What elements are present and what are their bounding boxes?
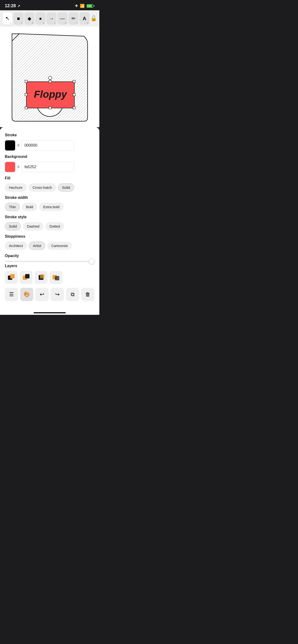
stroke-style-dotted[interactable]: Dotted	[45, 222, 64, 230]
tool-pencil[interactable]: ✏ 7	[68, 12, 78, 25]
stroke-width-bold[interactable]: Bold	[22, 203, 37, 211]
background-color-input[interactable]	[21, 162, 74, 172]
line-icon: —	[60, 16, 65, 21]
svg-rect-7	[49, 106, 51, 109]
text-icon: A	[83, 16, 86, 21]
palette-icon: 🎨	[24, 291, 30, 298]
svg-rect-21	[55, 276, 59, 280]
lock-button[interactable]: 🔓	[90, 15, 97, 22]
sloppiness-cartoonist[interactable]: Cartoonist	[47, 242, 72, 250]
layers-section: Layers	[5, 264, 95, 284]
svg-rect-17	[25, 274, 30, 278]
tool-num-6: 6	[65, 22, 66, 24]
layer-icon-1[interactable]	[5, 271, 18, 284]
stroke-color-input[interactable]	[21, 140, 74, 151]
tool-num-8: 8	[87, 22, 88, 24]
stroke-width-extrabold[interactable]: Extra bold	[39, 203, 64, 211]
menu-icon: ☰	[9, 291, 14, 298]
canvas[interactable]: Floppy	[0, 26, 99, 127]
layer-icon-4[interactable]	[49, 271, 62, 284]
status-bar: 12:28 ↗ ✈ 📶 ⚡	[0, 0, 99, 10]
opacity-slider-track[interactable]	[5, 261, 95, 262]
background-color-swatch[interactable]	[5, 162, 15, 172]
background-hash: #	[17, 165, 20, 169]
opacity-section: Opacity	[5, 254, 95, 262]
stroke-width-label: Stroke width	[5, 196, 95, 200]
svg-rect-4	[49, 80, 51, 83]
stroke-width-section: Stroke width Thin Bold Extra bold	[5, 196, 95, 211]
sloppiness-architect[interactable]: Architect	[5, 242, 27, 250]
tool-diamond[interactable]: ◆ 3	[25, 12, 35, 25]
menu-button[interactable]: ☰	[5, 288, 18, 301]
cursor-icon: ↖	[5, 15, 10, 22]
stroke-color-row: #	[5, 140, 95, 151]
sloppiness-artist[interactable]: Artist	[29, 242, 45, 250]
background-label: Background	[5, 154, 95, 159]
stroke-hash: #	[17, 143, 20, 148]
svg-rect-15	[10, 274, 15, 278]
home-indicator	[0, 310, 99, 315]
stroke-label: Stroke	[5, 133, 95, 137]
properties-panel: Stroke # Background # Fill Hachure Cross…	[0, 127, 99, 310]
tool-num-4: 4	[43, 22, 44, 24]
stroke-style-chip-group: Solid Dashed Dotted	[5, 222, 95, 230]
fill-section: Fill Hachure Cross-hatch Solid	[5, 176, 95, 192]
location-icon: ↗	[17, 4, 20, 8]
svg-rect-3	[25, 80, 27, 83]
style-button[interactable]: 🎨	[20, 288, 34, 301]
tool-line[interactable]: — 6	[57, 12, 67, 25]
home-bar	[34, 312, 66, 314]
stroke-style-dashed[interactable]: Dashed	[23, 222, 43, 230]
tool-rect[interactable]: ■ 2	[14, 12, 24, 25]
svg-text:Floppy: Floppy	[34, 89, 67, 100]
layer-icon-3[interactable]	[35, 271, 48, 284]
fill-label: Fill	[5, 176, 95, 180]
action-bar: ☰ 🎨 ↩ ↪ ⧉ 🗑	[5, 288, 95, 301]
airplane-icon: ✈	[75, 4, 78, 8]
wifi-icon: 📶	[80, 4, 85, 8]
stroke-width-thin[interactable]: Thin	[5, 203, 20, 211]
tool-select[interactable]: ↖ 1	[3, 12, 13, 25]
svg-rect-6	[25, 106, 27, 109]
svg-rect-10	[73, 94, 75, 96]
opacity-label: Opacity	[5, 254, 95, 258]
arrow-icon: →	[49, 16, 54, 21]
opacity-slider-thumb[interactable]	[89, 258, 95, 264]
sloppiness-chip-group: Architect Artist Cartoonist	[5, 242, 95, 250]
copy-button[interactable]: ⧉	[66, 288, 79, 301]
stroke-color-swatch[interactable]	[5, 140, 15, 151]
layer-icon-2[interactable]	[20, 271, 33, 284]
fill-hachure[interactable]: Hachure	[5, 183, 27, 192]
tool-num-2: 2	[21, 22, 22, 24]
tool-circle[interactable]: ● 4	[36, 12, 46, 25]
stroke-width-chip-group: Thin Bold Extra bold	[5, 203, 95, 211]
background-section: Background #	[5, 154, 95, 172]
tool-num-5: 5	[54, 22, 55, 24]
tool-num-7: 7	[76, 22, 77, 24]
fill-crosshatch[interactable]: Cross-hatch	[29, 183, 56, 192]
svg-point-11	[49, 76, 52, 80]
undo-button[interactable]: ↩	[35, 288, 49, 301]
lock-icon: 🔓	[90, 15, 97, 21]
rect-icon: ■	[17, 16, 20, 21]
diamond-icon: ◆	[28, 16, 31, 21]
pencil-icon: ✏	[72, 16, 76, 21]
svg-rect-5	[73, 80, 75, 83]
background-color-row: #	[5, 162, 95, 172]
redo-button[interactable]: ↪	[51, 288, 64, 301]
tool-text[interactable]: A 8	[79, 12, 89, 25]
delete-button[interactable]: 🗑	[81, 288, 95, 301]
status-time-group: 12:28 ↗	[5, 3, 20, 8]
fill-chip-group: Hachure Cross-hatch Solid	[5, 183, 95, 192]
stroke-section: Stroke #	[5, 133, 95, 151]
stroke-style-solid[interactable]: Solid	[5, 222, 21, 230]
svg-rect-19	[40, 274, 44, 278]
trash-icon: 🗑	[85, 291, 90, 298]
undo-icon: ↩	[40, 291, 44, 298]
stroke-style-section: Stroke style Solid Dashed Dotted	[5, 215, 95, 230]
time-display: 12:28	[5, 3, 16, 8]
layers-label: Layers	[5, 264, 95, 268]
fill-solid[interactable]: Solid	[58, 183, 74, 192]
tool-arrow[interactable]: → 5	[47, 12, 57, 25]
svg-rect-8	[73, 106, 75, 109]
